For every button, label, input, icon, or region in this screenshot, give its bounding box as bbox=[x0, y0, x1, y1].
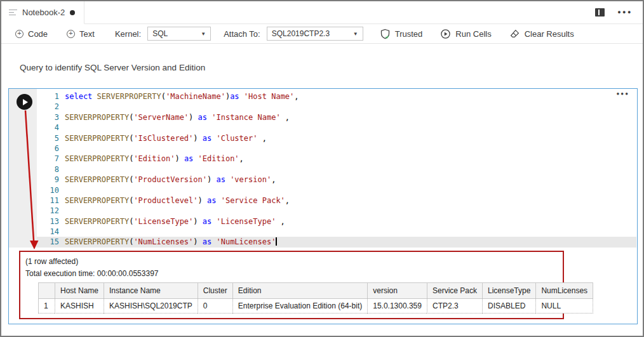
grid-header-cell[interactable]: Instance Name bbox=[104, 282, 198, 299]
code-line-13: 13SERVERPROPERTY('LicenseType') as 'Lice… bbox=[37, 216, 636, 227]
grid-header-cell[interactable]: Edition bbox=[232, 282, 367, 299]
code-line-6: 6 bbox=[37, 143, 636, 154]
notebook-icon bbox=[9, 10, 17, 16]
grid-header-cell[interactable]: Host Name bbox=[55, 282, 104, 299]
code-line-12: 12 bbox=[37, 206, 636, 216]
line-number: 13 bbox=[37, 216, 65, 227]
kernel-value: SQL bbox=[152, 29, 168, 38]
line-number: 10 bbox=[37, 185, 65, 195]
text-cursor bbox=[276, 237, 277, 246]
grid-cell[interactable]: 1 bbox=[38, 299, 55, 314]
unsaved-changes-dot-icon bbox=[70, 10, 75, 15]
run-cells-button[interactable]: Run Cells bbox=[440, 29, 491, 39]
grid-header-cell[interactable]: LicenseType bbox=[482, 282, 535, 299]
markdown-text-cell[interactable]: Query to identify SQL Server Version and… bbox=[20, 63, 205, 72]
plus-circle-icon bbox=[15, 30, 23, 38]
code-line-7: 7SERVERPROPERTY('Edition') as 'Edition', bbox=[37, 154, 636, 164]
code-line-4: 4 bbox=[37, 122, 636, 133]
grid-cell[interactable]: 0 bbox=[198, 299, 232, 314]
grid-header-cell[interactable]: Service Pack bbox=[427, 282, 482, 299]
add-text-label: Text bbox=[79, 29, 95, 39]
run-cell-button[interactable] bbox=[17, 94, 32, 110]
line-code: SERVERPROPERTY('ServerName') as 'Instanc… bbox=[65, 112, 290, 122]
attach-to-dropdown[interactable]: SQL2019CTP2.3 ▼ bbox=[267, 27, 363, 41]
line-code: SERVERPROPERTY('Productlevel') as 'Servi… bbox=[65, 195, 290, 206]
add-code-button[interactable]: Code bbox=[15, 29, 48, 39]
attach-to-label: Attach To: bbox=[224, 29, 260, 39]
code-line-2: 2 bbox=[37, 102, 636, 112]
code-line-5: 5SERVERPROPERTY('IsClustered') as 'Clust… bbox=[37, 133, 636, 143]
line-code: select SERVERPROPERTY('MachineName')as '… bbox=[65, 91, 299, 102]
grid-header-cell[interactable]: version bbox=[367, 282, 427, 299]
code-cell: ●●● 1select SERVERPROPERTY('MachineName'… bbox=[8, 88, 638, 324]
tab-bar: Notebook-2 ●●● bbox=[1, 1, 643, 24]
line-code: SERVERPROPERTY('Edition') as 'Edition', bbox=[65, 154, 244, 164]
code-line-14: 14 bbox=[37, 227, 636, 237]
grid-header-cell[interactable]: NumLicenses bbox=[535, 282, 593, 299]
kernel-label: Kernel: bbox=[115, 29, 141, 39]
caret-down-icon: ▼ bbox=[196, 31, 206, 37]
grid-cell[interactable]: CTP2.3 bbox=[427, 299, 482, 314]
line-number: 9 bbox=[37, 175, 65, 185]
line-number: 12 bbox=[37, 206, 65, 216]
trusted-label: Trusted bbox=[395, 29, 423, 39]
eraser-icon bbox=[509, 29, 520, 39]
code-line-10: 10 bbox=[37, 185, 636, 195]
line-number: 2 bbox=[37, 102, 65, 112]
line-code: SERVERPROPERTY('IsClustered') as 'Cluste… bbox=[65, 133, 267, 143]
sql-code-editor[interactable]: 1select SERVERPROPERTY('MachineName')as … bbox=[37, 91, 636, 248]
play-circle-icon bbox=[440, 29, 451, 39]
line-number: 6 bbox=[37, 143, 65, 154]
code-line-8: 8 bbox=[37, 164, 636, 175]
notebook-body: Query to identify SQL Server Version and… bbox=[1, 44, 643, 336]
grid-cell[interactable]: 15.0.1300.359 bbox=[367, 299, 427, 314]
execution-time-message: Total execution time: 00:00:00.0553397 bbox=[25, 268, 158, 280]
attach-to-value: SQL2019CTP2.3 bbox=[272, 29, 330, 38]
line-number: 14 bbox=[37, 227, 65, 237]
grid-cell[interactable]: KASHISH bbox=[55, 299, 104, 314]
split-editor-icon[interactable] bbox=[595, 8, 605, 17]
tab-notebook-2[interactable]: Notebook-2 bbox=[1, 1, 84, 24]
line-number: 7 bbox=[37, 154, 65, 164]
rows-affected-message: (1 row affected) bbox=[25, 256, 158, 268]
plus-circle-icon bbox=[67, 30, 75, 38]
code-line-3: 3SERVERPROPERTY('ServerName') as 'Instan… bbox=[37, 112, 636, 122]
clear-results-button[interactable]: Clear Results bbox=[509, 29, 574, 39]
line-number: 4 bbox=[37, 122, 65, 133]
code-line-1: 1select SERVERPROPERTY('MachineName')as … bbox=[37, 91, 636, 102]
grid-cell[interactable]: KASHISH\SQL2019CTP bbox=[104, 299, 198, 314]
add-text-button[interactable]: Text bbox=[67, 29, 95, 39]
kernel-dropdown[interactable]: SQL ▼ bbox=[147, 27, 211, 41]
code-line-9: 9SERVERPROPERTY('ProductVersion') as 've… bbox=[37, 175, 636, 185]
code-line-11: 11SERVERPROPERTY('Productlevel') as 'Ser… bbox=[37, 195, 636, 206]
more-actions-icon[interactable]: ●●● bbox=[617, 10, 633, 15]
results-grid[interactable]: Host NameInstance NameClusterEditionvers… bbox=[38, 282, 593, 314]
tab-title: Notebook-2 bbox=[22, 8, 65, 17]
trusted-button[interactable]: Trusted bbox=[380, 29, 423, 39]
grid-cell[interactable]: Enterprise Evaluation Edition (64-bit) bbox=[232, 299, 367, 314]
play-icon bbox=[23, 99, 28, 105]
cell-gutter bbox=[9, 89, 37, 248]
grid-cell[interactable]: NULL bbox=[535, 299, 593, 314]
notebook-window: Notebook-2 ●●● Code Text Kernel: SQL ▼ A… bbox=[0, 0, 644, 337]
clear-results-label: Clear Results bbox=[525, 29, 574, 39]
add-code-label: Code bbox=[28, 29, 48, 39]
line-number: 8 bbox=[37, 164, 65, 175]
run-cells-label: Run Cells bbox=[455, 29, 491, 39]
grid-cell[interactable]: DISABLED bbox=[482, 299, 535, 314]
line-number: 1 bbox=[37, 91, 65, 102]
code-line-15: 15SERVERPROPERTY('NumLicenses') as 'NumL… bbox=[37, 237, 636, 247]
line-code: SERVERPROPERTY('ProductVersion') as 'ver… bbox=[65, 175, 276, 185]
line-number: 11 bbox=[37, 195, 65, 206]
line-number: 15 bbox=[37, 237, 65, 247]
line-number: 5 bbox=[37, 133, 65, 143]
editor-actions: ●●● bbox=[595, 1, 643, 23]
caret-down-icon: ▼ bbox=[348, 31, 358, 37]
line-code: SERVERPROPERTY('LicenseType') as 'Licens… bbox=[65, 216, 285, 227]
grid-header-cell[interactable] bbox=[38, 282, 55, 299]
result-messages: (1 row affected) Total execution time: 0… bbox=[19, 252, 158, 280]
grid-header-cell[interactable]: Cluster bbox=[198, 282, 232, 299]
grid-data-row[interactable]: 1KASHISHKASHISH\SQL2019CTP0Enterprise Ev… bbox=[38, 299, 593, 314]
grid-header-row: Host NameInstance NameClusterEditionvers… bbox=[38, 282, 593, 299]
shield-check-icon bbox=[380, 29, 391, 39]
